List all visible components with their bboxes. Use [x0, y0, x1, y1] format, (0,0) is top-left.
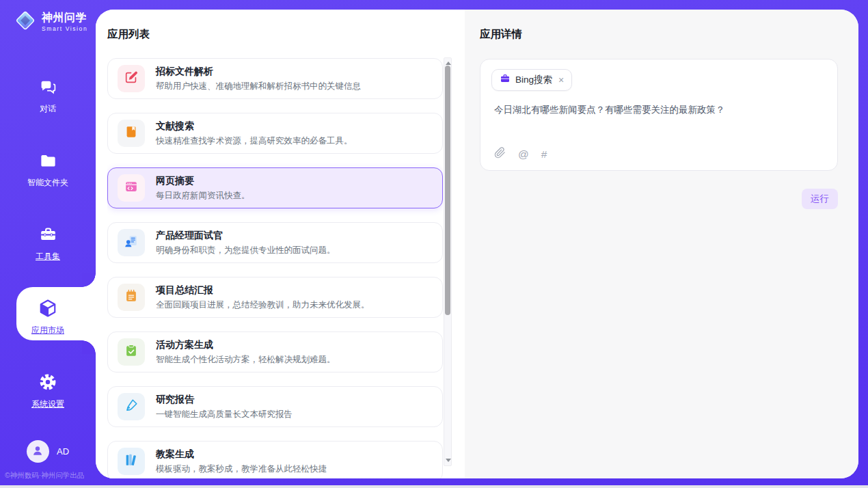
sidebar-item-1[interactable]: 智能文件夹: [0, 133, 96, 206]
chat-icon: [39, 77, 57, 97]
app-card-desc: 每日政府新闻资讯快查。: [156, 190, 250, 202]
brand: 神州问学 Smart Vision: [14, 9, 87, 35]
toolbox-icon: [39, 224, 57, 245]
app-card-desc: 帮助用户快速、准确地理解和解析招标书中的关键信息: [156, 81, 361, 92]
prompt-card[interactable]: Bing搜索 × 今日湖北有哪些新闻要点？有哪些需要关注的最新政策？ @#: [480, 59, 838, 171]
brand-name: 神州问学: [42, 12, 87, 24]
app-card-title: 网页摘要: [156, 175, 250, 187]
attachment-icon[interactable]: [494, 147, 506, 161]
app-card-title: 文献搜索: [156, 120, 353, 133]
edit-doc-icon: [124, 70, 139, 87]
app-card[interactable]: 教案生成 模板驱动，教案秒成，教学准备从此轻松快捷: [107, 441, 443, 478]
gear-icon: [38, 372, 57, 392]
mention-icon[interactable]: @: [518, 148, 529, 161]
app-card-title: 活动方案生成: [156, 339, 336, 351]
pen-report-icon: [124, 398, 139, 416]
tool-tag-bing-search[interactable]: Bing搜索 ×: [491, 69, 572, 91]
user-name: AD: [57, 446, 69, 457]
avatar[interactable]: [27, 440, 49, 463]
app-card-title: 招标文件解析: [156, 66, 361, 78]
books-icon: [124, 452, 139, 470]
sidebar-item-2[interactable]: 工具集: [0, 206, 96, 280]
app-detail-panel: 应用详情 Bing搜索 × 今日湖北有哪些新闻要点？有哪些需要关注的最新政策？ …: [465, 10, 858, 478]
app-card[interactable]: 产品经理面试官 明确身份和职责，为您提供专业性的面试问题。: [107, 222, 443, 263]
run-button[interactable]: 运行: [802, 189, 838, 209]
app-card-title: 产品经理面试官: [156, 230, 336, 242]
scrollbar-thumb[interactable]: [445, 66, 450, 315]
app-card[interactable]: 研究报告 一键智能生成高质量长文本研究报告: [107, 386, 443, 427]
close-icon[interactable]: ×: [558, 75, 564, 85]
app-card[interactable]: 活动方案生成 智能生成个性化活动方案，轻松解决规划难题。: [107, 331, 443, 372]
book-icon: [124, 124, 139, 142]
app-card-list: 招标文件解析 帮助用户快速、准确地理解和解析招标书中的关键信息 文献搜索 快速精…: [107, 58, 443, 478]
app-card-desc: 智能生成个性化活动方案，轻松解决规划难题。: [156, 354, 336, 366]
copyright-text: ©神州数码·神州问学出品: [5, 471, 84, 480]
run-row: 运行: [480, 189, 838, 209]
scroll-down-arrow-icon[interactable]: [446, 459, 451, 462]
prompt-text[interactable]: 今日湖北有哪些新闻要点？有哪些需要关注的最新政策？: [494, 103, 824, 117]
note-icon: [124, 288, 139, 306]
app-window: 神州问学 Smart Vision 对话 智能文件夹 工具集 应用市场 系统设置…: [0, 0, 868, 488]
main-content: 应用列表 招标文件解析 帮助用户快速、准确地理解和解析招标书中的关键信息 文献搜…: [96, 10, 858, 478]
person-icon: [31, 444, 44, 460]
app-card-desc: 明确身份和职责，为您提供专业性的面试问题。: [156, 245, 336, 256]
cube-icon: [38, 298, 58, 318]
interviewer-icon: [124, 234, 139, 252]
app-list-panel: 应用列表 招标文件解析 帮助用户快速、准确地理解和解析招标书中的关键信息 文献搜…: [96, 10, 465, 478]
scrollbar[interactable]: [444, 57, 452, 466]
user-row[interactable]: AD: [0, 440, 96, 463]
sidebar-nav: 对话 智能文件夹 工具集 应用市场 系统设置: [0, 59, 96, 428]
app-card-title: 研究报告: [156, 394, 293, 406]
browser-icon: [124, 179, 139, 197]
app-card[interactable]: 文献搜索 快速精准查找学术资源，提高研究效率的必备工具。: [107, 113, 443, 154]
app-card-title: 项目总结汇报: [156, 284, 370, 297]
sidebar-item-0[interactable]: 对话: [0, 59, 96, 133]
bottom-edge-strip: [0, 485, 868, 488]
briefcase-icon: [500, 73, 511, 87]
scroll-up-arrow-icon[interactable]: [446, 62, 451, 65]
clipboard-check-icon: [124, 343, 139, 361]
app-list-title: 应用列表: [107, 27, 465, 42]
prompt-toolbar: @#: [494, 147, 547, 161]
app-card-desc: 模板驱动，教案秒成，教学准备从此轻松快捷: [156, 463, 327, 475]
brand-subtitle: Smart Vision: [42, 25, 87, 32]
app-card-title: 教案生成: [156, 448, 327, 461]
diamond-logo-icon: [14, 9, 37, 35]
hashtag-icon[interactable]: #: [541, 148, 547, 161]
tool-tag-label: Bing搜索: [515, 74, 552, 86]
app-card-desc: 快速精准查找学术资源，提高研究效率的必备工具。: [156, 135, 353, 147]
app-card-desc: 全面回顾项目进展，总结经验教训，助力未来优化发展。: [156, 299, 370, 311]
app-card[interactable]: 网页摘要 每日政府新闻资讯快查。: [107, 167, 443, 208]
app-card-desc: 一键智能生成高质量长文本研究报告: [156, 409, 293, 420]
app-card[interactable]: 项目总结汇报 全面回顾项目进展，总结经验教训，助力未来优化发展。: [107, 277, 443, 318]
folder-icon: [39, 150, 57, 171]
sidebar-item-4[interactable]: 系统设置: [0, 354, 96, 428]
app-detail-title: 应用详情: [480, 27, 838, 42]
app-card[interactable]: 招标文件解析 帮助用户快速、准确地理解和解析招标书中的关键信息: [107, 58, 443, 99]
sidebar: 神州问学 Smart Vision 对话 智能文件夹 工具集 应用市场 系统设置…: [0, 0, 96, 485]
sidebar-item-3[interactable]: 应用市场: [0, 280, 96, 354]
